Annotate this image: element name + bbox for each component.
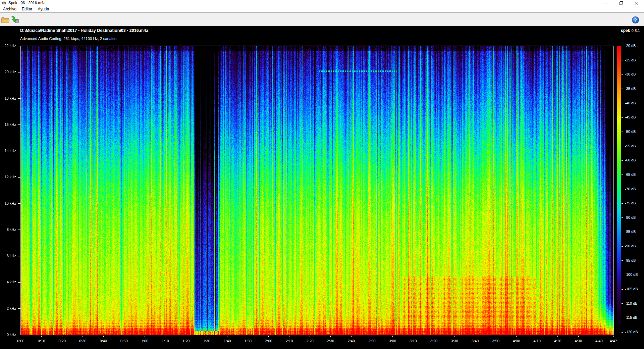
restore-button[interactable] [614,0,629,6]
menu-item-ayuda[interactable]: Ayuda [35,6,52,12]
time-label: 3:30 [451,339,458,343]
time-label: 3:50 [492,339,499,343]
freq-tick [18,124,20,125]
db-label: -100 dB [625,272,638,277]
db-label: -35 dB [625,87,636,91]
db-tick [622,332,623,333]
time-label: 1:00 [141,339,148,343]
db-label: -120 dB [625,330,638,334]
time-label: 0:40 [100,339,107,343]
db-label: -50 dB [625,130,636,134]
time-tick [454,336,454,337]
time-tick [599,336,599,337]
time-tick [557,336,558,337]
help-button[interactable]: ? [632,16,639,23]
freq-tick [18,282,20,283]
db-tick [622,132,623,132]
time-label: 2:50 [368,339,375,343]
freq-label: 6 kHz [0,254,16,258]
save-file-button[interactable] [10,15,19,24]
time-tick [103,336,104,337]
db-tick [622,74,623,75]
time-tick [207,336,207,337]
db-colorbar [617,46,621,333]
db-tick [622,246,623,247]
db-tick [622,189,623,189]
db-tick [622,217,623,218]
db-label: -105 dB [625,287,638,291]
open-file-button[interactable] [1,15,10,24]
title-bar[interactable]: Spek - 03 - 2016.m4a [0,0,644,6]
time-label: 2:30 [327,339,334,343]
toolbar: ? [0,13,644,26]
time-label: 1:50 [245,339,252,343]
time-tick [227,336,227,337]
db-tick [622,318,623,318]
time-tick [330,336,331,337]
db-tick [622,232,623,232]
spek-window: Spek - 03 - 2016.m4a Archivo Editar Ayud… [0,0,644,349]
minimize-icon [604,1,608,5]
time-tick [351,336,352,337]
db-tick [622,103,623,103]
time-tick [516,336,517,337]
spectrogram-panel: D:\Música\Nadine Shah\2017 - Holiday Des… [0,26,644,349]
db-label: -40 dB [625,101,636,105]
db-label: -110 dB [625,301,638,305]
db-tick [622,46,623,46]
menu-item-archivo[interactable]: Archivo [0,6,19,12]
freq-tick [18,151,20,151]
freq-tick [18,177,20,178]
db-tick [622,60,623,60]
save-icon [11,16,19,23]
time-tick [83,336,83,337]
close-button[interactable] [629,0,644,6]
time-label: 3:40 [472,339,479,343]
freq-tick [18,98,20,99]
menu-bar: Archivo Editar Ayuda [0,6,644,12]
time-label: 3:00 [389,339,396,343]
help-icon: ? [634,17,637,23]
time-label: 4:20 [554,339,561,343]
db-label: -30 dB [625,72,636,76]
time-label: 0:20 [58,339,65,343]
time-tick [248,336,248,337]
time-tick [289,336,289,337]
time-tick [62,336,62,337]
freq-label: 12 kHz [0,175,16,179]
db-tick [622,203,623,204]
freq-tick [18,72,20,72]
time-tick [578,336,579,337]
time-label: 4:10 [533,339,540,343]
restore-icon [620,1,623,5]
time-tick [434,336,434,337]
db-label: -75 dB [625,201,636,205]
time-tick [41,336,42,337]
time-label: 2:20 [306,339,313,343]
freq-label: 4 kHz [0,280,16,284]
db-tick [622,275,623,275]
time-label: 3:10 [410,339,417,343]
time-tick [496,336,496,337]
freq-tick [18,203,20,204]
time-label: 4:47 [610,339,617,343]
db-label: -85 dB [625,230,636,234]
db-label: -115 dB [625,315,638,319]
db-label: -80 dB [625,215,636,219]
menu-item-editar[interactable]: Editar [19,6,35,12]
time-tick [413,336,413,337]
file-path: D:\Música\Nadine Shah\2017 - Holiday Des… [20,28,148,33]
time-label: 1:40 [224,339,231,343]
time-label: 0:30 [79,339,86,343]
db-label: -20 dB [625,44,636,48]
time-label: 0:10 [38,339,45,343]
db-label: -55 dB [625,144,636,148]
freq-label: 14 kHz [0,149,16,153]
db-tick [622,146,623,146]
freq-label: 20 kHz [0,70,16,74]
freq-label: 10 kHz [0,201,16,205]
freq-label: 0 kHz [0,333,16,337]
db-tick [622,89,623,89]
minimize-button[interactable] [599,0,614,6]
time-tick [372,336,372,337]
